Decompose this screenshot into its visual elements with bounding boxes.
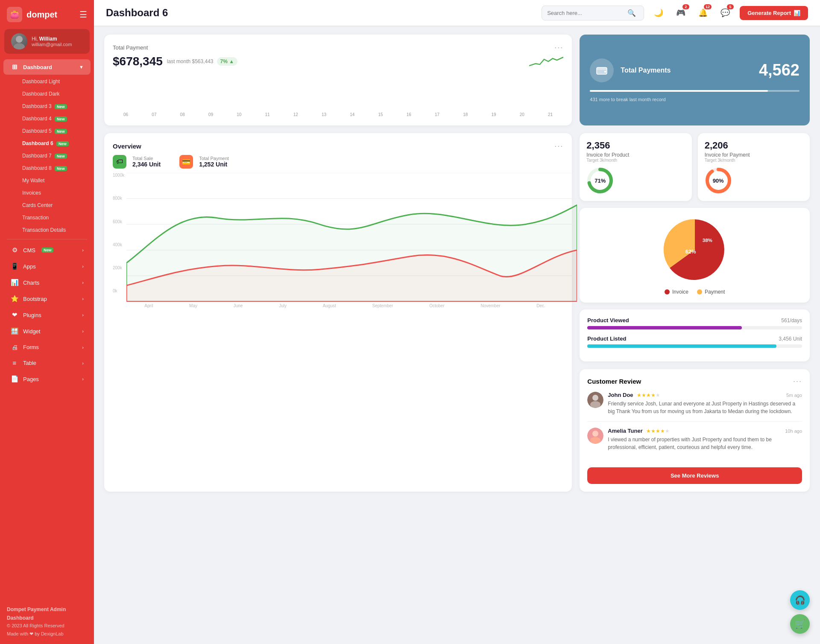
page-title: Dashboard 6 xyxy=(106,7,535,19)
overview-menu[interactable]: ··· xyxy=(554,142,563,151)
sidebar: 👛 dompet ☰ Hi, William william@gmail.com… xyxy=(0,0,94,644)
generate-report-button[interactable]: Generate Report 📊 xyxy=(740,6,808,20)
overview-title: Overview xyxy=(113,143,141,150)
sidebar-item-plugins[interactable]: ❤ Plugins › xyxy=(3,307,91,323)
total-payment-title: Total Payment xyxy=(113,44,148,51)
generate-report-label: Generate Report xyxy=(747,10,791,16)
sidebar-sub-item-wallet[interactable]: My Wallet xyxy=(7,175,91,186)
chat-btn[interactable]: 💬 5 xyxy=(718,5,733,20)
search-input[interactable] xyxy=(547,10,624,16)
plugins-label: Plugins xyxy=(23,312,41,318)
fab-container: 🎧 🛒 xyxy=(790,590,810,634)
pie-chart-card: 62% 38% Invoice Payment xyxy=(580,208,810,303)
dashboard-icon: ⊞ xyxy=(10,63,19,71)
product-listed-label: Product Listed xyxy=(587,335,626,342)
sale-icon-bg: 🏷 xyxy=(113,155,126,169)
chevron-right-icon-2: › xyxy=(82,264,84,269)
stars-2: ★★★★★ xyxy=(646,428,670,434)
fab-support-button[interactable]: 🎧 xyxy=(790,590,810,610)
chevron-right-icon-3: › xyxy=(82,280,84,285)
sidebar-item-apps[interactable]: 📱 Apps › xyxy=(3,259,91,274)
chevron-right-icon-8: › xyxy=(82,361,84,366)
sidebar-sub-item-dash-4[interactable]: Dashboard 4 New xyxy=(7,113,91,125)
bar-label: 20 xyxy=(509,112,535,117)
pages-icon: 📄 xyxy=(10,375,19,383)
sidebar-sub-item-dash-5[interactable]: Dashboard 5 New xyxy=(7,125,91,137)
total-payment-amount: $678,345 xyxy=(113,55,163,68)
product-stats-card: Product Viewed 561/days Product Listed 3… xyxy=(580,309,810,361)
sidebar-item-widget[interactable]: 🪟 Widget › xyxy=(3,323,91,339)
blue-progress-fill xyxy=(590,90,768,92)
sidebar-item-cms[interactable]: ⚙ CMS New › xyxy=(3,242,91,258)
invoice-legend: Invoice xyxy=(665,289,688,295)
invoice-product-target: Target 3k/month xyxy=(586,158,685,163)
sidebar-sub-item-transaction[interactable]: Transaction xyxy=(7,212,91,224)
review-text-2: I viewed a number of properties with Jus… xyxy=(608,436,802,451)
user-profile[interactable]: Hi, William william@gmail.com xyxy=(4,29,90,54)
theme-toggle-btn[interactable]: 🌙 xyxy=(651,5,666,20)
total-sale-label: Total Sale xyxy=(132,156,161,161)
review-menu[interactable]: ··· xyxy=(793,377,802,386)
product-viewed-label: Product Viewed xyxy=(587,317,629,323)
sidebar-sub-item-trans-details[interactable]: Transaction Details xyxy=(7,224,91,236)
chevron-right-icon-4: › xyxy=(82,296,84,301)
invoice-product-number: 2,356 xyxy=(586,140,685,151)
sidebar-sub-item-invoices[interactable]: Invoices xyxy=(7,187,91,199)
svg-text:62%: 62% xyxy=(685,249,696,255)
avatar-img xyxy=(11,33,27,50)
sidebar-item-charts[interactable]: 📊 Charts › xyxy=(3,275,91,290)
table-icon: ≡ xyxy=(10,359,19,367)
bar-label: 21 xyxy=(537,112,563,117)
sidebar-sub-item-dash-7[interactable]: Dashboard 7 New xyxy=(7,150,91,162)
invoice-legend-dot xyxy=(665,289,670,294)
see-more-reviews-button[interactable]: See More Reviews xyxy=(587,467,802,484)
svg-text:38%: 38% xyxy=(702,238,712,243)
bar-label: 10 xyxy=(226,112,252,117)
sidebar-item-table[interactable]: ≡ Table › xyxy=(3,356,91,370)
product-viewed-progress xyxy=(587,326,802,329)
main-area: Dashboard 6 🔍 🌙 🎮 2 🔔 12 💬 5 Generate Re… xyxy=(94,0,820,644)
bar-label: 08 xyxy=(170,112,196,117)
sidebar-sub-item-dash-light[interactable]: Dashboard Light xyxy=(7,76,91,87)
sidebar-item-dashboard[interactable]: ⊞ Dashboard ▼ xyxy=(3,59,91,75)
bar-label: 11 xyxy=(254,112,280,117)
sidebar-sub-item-cards[interactable]: Cards Center xyxy=(7,199,91,211)
user-email: william@gmail.com xyxy=(32,42,72,47)
notification-btn[interactable]: 🔔 12 xyxy=(695,5,711,20)
svg-point-0 xyxy=(16,36,23,43)
dashboard-label: Dashboard xyxy=(23,64,52,70)
svg-point-4 xyxy=(604,71,606,73)
invoice-product-label: Invoice for Product xyxy=(586,152,685,158)
sidebar-item-bootstrap[interactable]: ⭐ Bootstrap › xyxy=(3,291,91,306)
footer-brand: Dompet Payment Admin Dashboard xyxy=(7,606,87,622)
hamburger-menu[interactable]: ☰ xyxy=(79,9,87,20)
header: Dashboard 6 🔍 🌙 🎮 2 🔔 12 💬 5 Generate Re… xyxy=(94,0,820,26)
moon-icon: 🌙 xyxy=(654,8,663,17)
total-payment-menu[interactable]: ··· xyxy=(554,43,563,52)
controller-btn[interactable]: 🎮 2 xyxy=(673,5,688,20)
blue-card-count: 4,562 xyxy=(759,61,800,79)
user-greeting: Hi, xyxy=(32,36,38,42)
sidebar-item-pages[interactable]: 📄 Pages › xyxy=(3,371,91,387)
chart-x-labels: April May June July August September Oct… xyxy=(126,303,563,308)
sidebar-sub-item-dash-3[interactable]: Dashboard 3 New xyxy=(7,100,91,112)
product-viewed-stat: Product Viewed 561/days xyxy=(587,317,802,329)
sidebar-item-forms[interactable]: 🖨 Forms › xyxy=(3,340,91,355)
total-payment-last-month: last month $563,443 xyxy=(167,58,214,64)
brand: 👛 dompet ☰ xyxy=(0,0,94,29)
fab-cart-button[interactable]: 🛒 xyxy=(790,614,810,634)
search-icon: 🔍 xyxy=(627,9,636,17)
review-item-2: Amelia Tuner ★★★★★ 10h ago I viewed a nu… xyxy=(587,428,802,457)
bar-label: 13 xyxy=(311,112,337,117)
bar-chart-bars xyxy=(113,79,563,111)
sidebar-sub-item-dash-dark[interactable]: Dashboard Dark xyxy=(7,88,91,100)
svg-point-20 xyxy=(592,431,598,437)
product-viewed-value: 561/days xyxy=(781,318,802,323)
sidebar-sub-item-dash-8[interactable]: Dashboard 8 New xyxy=(7,162,91,174)
brand-icon: 👛 xyxy=(7,7,22,22)
area-chart-svg xyxy=(126,173,577,302)
chart-bar-icon: 📊 xyxy=(794,10,800,16)
reviewer-avatar-2 xyxy=(587,428,603,444)
sidebar-sub-item-dash-6[interactable]: Dashboard 6 New xyxy=(7,137,91,149)
invoice-payment-card: 2,206 Invoice for Payment Target 3k/mont… xyxy=(698,133,810,201)
